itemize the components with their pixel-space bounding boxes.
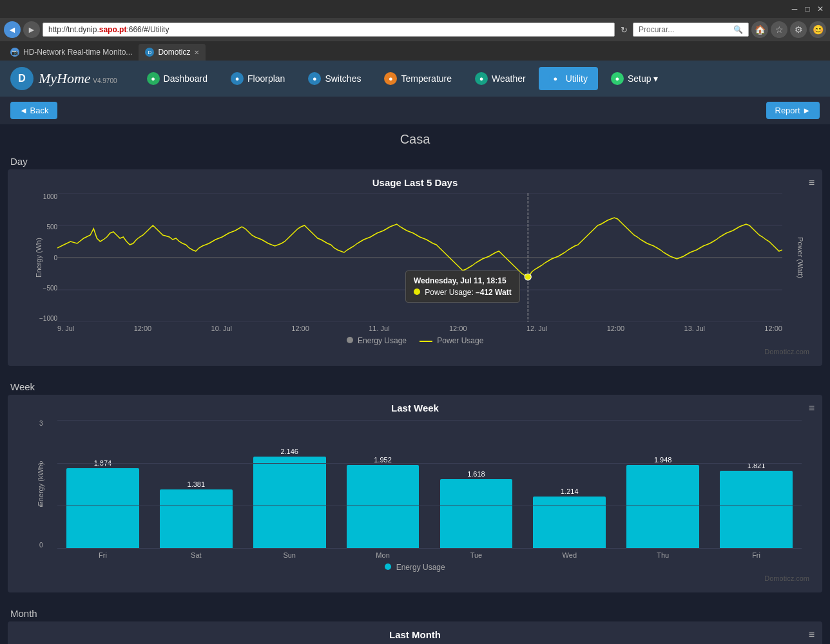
temperature-nav-icon: ● (384, 72, 397, 85)
address-bar[interactable]: http://tnt.dynip.sapo.pt:666/#/Utility (43, 23, 615, 37)
nav-item-floorplan[interactable]: ● Floorplan (220, 67, 295, 90)
day-chart-title: Usage Last 5 Days (15, 177, 815, 188)
week-x-sat: Sat (151, 551, 242, 559)
week-legend-energy: Energy Usage (385, 563, 445, 572)
day-chart-menu-icon[interactable]: ≡ (809, 177, 815, 189)
bar-mon: 1.952 (338, 420, 429, 549)
nav-item-utility[interactable]: ● Utility (539, 67, 598, 90)
settings-button[interactable]: ⚙ (790, 21, 807, 38)
bar-label-mon: 1.952 (374, 456, 392, 464)
nav-menu: ● Dashboard ● Floorplan ● Switches ● Tem… (137, 67, 820, 90)
legend-power-usage: Power Usage (420, 336, 483, 345)
nav-label-utility: Utility (566, 73, 588, 84)
nav-label-switches: Switches (325, 73, 361, 84)
nav-item-temperature[interactable]: ● Temperature (374, 67, 462, 90)
y-tick-500: 500 (39, 223, 57, 231)
x-label-12-2: 12:00 (291, 325, 309, 332)
power-usage-line (420, 341, 432, 342)
bar-sat: 1.381 (151, 420, 242, 549)
tooltip-dot-icon (414, 289, 420, 295)
bar-label-sun: 2.146 (280, 448, 298, 455)
bar-label-sat: 1.381 (188, 480, 206, 488)
x-label-12-5: 12:00 (764, 325, 782, 332)
utility-nav-icon: ● (549, 72, 562, 85)
chart-tooltip: Wednesday, Jul 11, 18:15 Power Usage: –4… (405, 270, 520, 303)
month-chart-menu-icon[interactable]: ≡ (809, 629, 815, 641)
week-section-label: Week (0, 376, 830, 395)
dashboard-nav-icon: ● (147, 72, 160, 85)
week-bars: 1.874 1.381 2.146 1.952 (57, 420, 802, 549)
tab-favicon-domoticz: D (145, 48, 154, 57)
back-nav-button[interactable]: ◄ (4, 21, 21, 38)
bar-wed: 1.214 (524, 420, 615, 549)
home-button[interactable]: 🏠 (751, 21, 768, 38)
month-section-label: Month (0, 603, 830, 621)
week-y-3: 3 (39, 420, 43, 427)
logo-text: MyHome (39, 70, 91, 86)
legend-energy-usage: Energy Usage (347, 336, 407, 345)
y-tick-0: 0 (39, 254, 57, 261)
week-chart-menu-icon[interactable]: ≡ (809, 402, 815, 414)
x-label-12jul: 12. Jul (526, 325, 547, 332)
week-chart-title: Last Week (15, 402, 815, 413)
page-title: Casa (0, 124, 830, 151)
nav-item-setup[interactable]: ● Setup ▾ (601, 67, 668, 90)
tooltip-title: Wednesday, Jul 11, 18:15 (414, 276, 512, 285)
tab-domoticz[interactable]: D Domoticz ✕ (139, 44, 206, 61)
tab-label-hd: HD-Network Real-time Monito... (23, 48, 132, 57)
week-x-labels: Fri Sat Sun Mon Tue Wed Thu Fri (57, 551, 802, 559)
tooltip-value-label: Power Usage: (425, 288, 473, 297)
search-placeholder: Procurar... (639, 25, 674, 34)
svg-point-6 (525, 274, 531, 280)
nav-item-dashboard[interactable]: ● Dashboard (137, 67, 218, 90)
switches-nav-icon: ● (308, 72, 321, 85)
floorplan-nav-icon: ● (231, 72, 244, 85)
week-y-0: 0 (39, 542, 43, 549)
tab-hd-network[interactable]: 📷 HD-Network Real-time Monito... (4, 44, 139, 61)
tab-close-icon[interactable]: ✕ (194, 49, 199, 56)
bar-fri-1: 1.874 (57, 420, 148, 549)
action-bar: ◄ Back Report ► (0, 97, 830, 124)
browser-tabs: 📷 HD-Network Real-time Monito... D Domot… (0, 41, 830, 61)
back-button[interactable]: ◄ Back (10, 102, 57, 119)
week-chart-legend: Energy Usage (15, 563, 815, 572)
bar-fri1 (66, 468, 139, 549)
forward-nav-button[interactable]: ► (23, 21, 40, 38)
star-button[interactable]: ☆ (771, 21, 787, 38)
nav-item-switches[interactable]: ● Switches (298, 67, 371, 90)
tab-favicon-hd: 📷 (10, 48, 19, 57)
x-label-10jul: 10. Jul (211, 325, 232, 332)
x-label-13jul: 13. Jul (684, 325, 705, 332)
week-y-axis-label: Energy (kWh) (37, 462, 44, 506)
report-button[interactable]: Report ► (766, 102, 820, 119)
bar-tue: 1.618 (431, 420, 522, 549)
bar-fri2 (720, 471, 793, 549)
search-bar[interactable]: Procurar... 🔍 (633, 23, 749, 37)
tooltip-value-text: –412 Watt (476, 288, 512, 297)
minimize-button[interactable]: ─ (790, 5, 799, 14)
energy-usage-dot (347, 337, 353, 343)
week-x-wed: Wed (524, 551, 615, 559)
maximize-button[interactable]: □ (803, 5, 812, 14)
week-x-fri1: Fri (57, 551, 148, 559)
x-label-12-3: 12:00 (449, 325, 467, 332)
x-label-12-4: 12:00 (607, 325, 625, 332)
bar-tue (440, 479, 513, 549)
bar-thu: 1.948 (617, 420, 708, 549)
tab-label-domoticz: Domoticz (158, 48, 190, 57)
x-label-11jul: 11. Jul (369, 325, 389, 332)
address-bar-text: http://tnt.dynip.sapo.pt:666/#/Utility (48, 25, 169, 34)
nav-item-weather[interactable]: ● Weather (465, 67, 536, 90)
day-y-ticks: 1000 500 0 −500 −1000 (39, 193, 57, 322)
day-y-axis-right-label: Power (Watt) (796, 237, 804, 278)
week-chart-area: Energy (kWh) 3 2 1 0 1.874 (57, 420, 802, 549)
bar-label-wed: 1.214 (561, 488, 579, 495)
user-button[interactable]: 😊 (809, 21, 826, 38)
y-tick-neg1000: −1000 (39, 315, 57, 322)
day-chart-legend: Energy Usage Power Usage (15, 336, 815, 345)
tooltip-value: Power Usage: –412 Watt (414, 288, 512, 297)
nav-label-setup: Setup ▾ (628, 73, 658, 84)
reload-button[interactable]: ↻ (617, 23, 630, 36)
close-button[interactable]: ✕ (816, 5, 825, 14)
browser-titlebar: ─ □ ✕ (0, 0, 830, 18)
